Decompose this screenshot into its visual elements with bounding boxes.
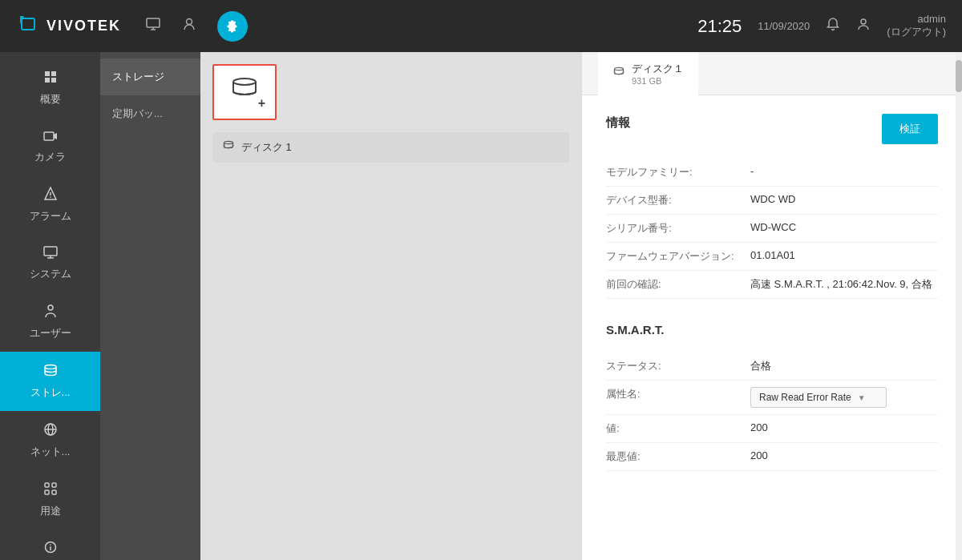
svg-rect-11 [44, 132, 54, 140]
info-row-firmware: ファームウェアバージョン: 01.01A01 [606, 243, 938, 271]
gear-icon[interactable] [217, 11, 248, 42]
svg-rect-7 [45, 71, 50, 76]
sub-sidebar-label-storage: ストレージ [112, 71, 164, 83]
smart-row-attr: 属性名: Raw Read Error Rate ▼ [606, 381, 938, 415]
disk-list-label: ディスク 1 [241, 140, 292, 155]
user-icon [856, 17, 871, 35]
svg-rect-16 [44, 247, 57, 256]
smart-section-title: S.M.A.R.T. [606, 323, 938, 336]
chevron-down-icon: ▼ [858, 393, 866, 402]
disk-small-icon [222, 140, 235, 155]
tab-disk-info: ディスク１ 931 GB [632, 62, 684, 86]
info-value-serial: WD-WCC [750, 221, 938, 233]
info-section-title: 情報 [606, 115, 630, 131]
logo-icon [16, 12, 40, 41]
disk-list-item[interactable]: ディスク 1 [212, 132, 569, 163]
info-label-firmware: ファームウェアバージョン: [606, 249, 750, 264]
toolbar: + [200, 52, 581, 132]
svg-point-33 [615, 67, 624, 70]
person-icon[interactable] [181, 16, 197, 36]
header-left: VIVOTEK [16, 11, 248, 42]
main-layout: 概要 カメラ アラーム システム ユーザー [0, 52, 962, 560]
svg-rect-10 [51, 78, 56, 83]
disk-list: ディスク 1 [200, 132, 581, 171]
info-row-last-check: 前回の確認: 高速 S.M.A.R.T. , 21:06:42.Nov. 9, … [606, 271, 938, 299]
sidebar-item-alarm[interactable]: アラーム [0, 175, 100, 235]
smart-label-status: ステータス: [606, 359, 750, 373]
scrollbar-thumb[interactable] [956, 60, 962, 92]
svg-point-31 [233, 79, 256, 85]
header: VIVOTEK 21:25 11/09/2020 admin (ログアウト) [0, 0, 962, 52]
tab-disk1[interactable]: ディスク１ 931 GB [598, 52, 698, 95]
camera-icon [43, 129, 58, 146]
sidebar-item-network[interactable]: ネット... [0, 411, 100, 470]
sidebar-item-overview[interactable]: 概要 [0, 58, 100, 118]
sidebar-label-camera: カメラ [34, 150, 66, 164]
user-sidebar-icon [44, 304, 57, 322]
add-disk-icon-wrap: + [228, 75, 261, 110]
header-right: 21:25 11/09/2020 admin (ログアウト) [697, 13, 946, 39]
sidebar-label-network: ネット... [30, 445, 71, 459]
svg-rect-26 [45, 490, 49, 494]
smart-label-attr: 属性名: [606, 387, 750, 401]
add-disk-button[interactable]: + [212, 64, 277, 120]
smart-section: S.M.A.R.T. ステータス: 合格 属性名: Raw Read Error… [606, 323, 938, 471]
scrollbar-track[interactable] [956, 52, 962, 560]
dropdown-value: Raw Read Error Rate [759, 392, 851, 403]
sidebar-item-system[interactable]: システム [0, 235, 100, 292]
smart-value-worst: 200 [750, 449, 938, 461]
sidebar-item-storage[interactable]: ストレ... [0, 352, 100, 411]
svg-point-6 [861, 19, 866, 24]
info-value-last-check: 高速 S.M.A.R.T. , 21:06:42.Nov. 9, 合格 [750, 277, 938, 292]
sidebar-label-alarm: アラーム [30, 209, 71, 224]
smart-row-status: ステータス: 合格 [606, 353, 938, 381]
info-section-header: 情報 検証 [606, 115, 938, 147]
smart-label-worst: 最悪値: [606, 449, 750, 464]
info-row-device-model: デバイス型番: WDC WD [606, 187, 938, 215]
smart-row-value: 値: 200 [606, 415, 938, 443]
header-user-info: admin (ログアウト) [887, 13, 946, 39]
sub-sidebar: ストレージ 定期バッ... [100, 52, 200, 560]
smart-value-value: 200 [750, 421, 938, 433]
info-label-serial: シリアル番号: [606, 221, 750, 236]
usage-icon [43, 481, 58, 500]
smart-value-status: 合格 [750, 359, 938, 373]
info-value-firmware: 01.01A01 [750, 249, 938, 261]
svg-point-15 [50, 196, 51, 198]
network-icon [43, 422, 58, 441]
svg-rect-9 [45, 78, 50, 83]
sidebar: 概要 カメラ アラーム システム ユーザー [0, 52, 100, 560]
info-sidebar-icon [44, 541, 57, 559]
info-section: 情報 検証 モデルファミリー: - デバイス型番: WDC WD [606, 115, 938, 299]
svg-point-19 [48, 305, 53, 310]
sub-sidebar-item-scheduled[interactable]: 定期バッ... [100, 95, 200, 132]
svg-point-30 [50, 544, 51, 546]
info-row-model-family: モデルファミリー: - [606, 159, 938, 187]
svg-rect-8 [51, 71, 56, 76]
bell-icon[interactable] [826, 17, 840, 35]
info-label-model-family: モデルファミリー: [606, 165, 750, 179]
sidebar-label-overview: 概要 [40, 92, 61, 107]
info-value-device-model: WDC WD [750, 193, 938, 205]
attribute-dropdown[interactable]: Raw Read Error Rate ▼ [750, 387, 887, 408]
info-label-device-model: デバイス型番: [606, 193, 750, 207]
svg-rect-2 [147, 18, 160, 27]
nav-icons [145, 11, 248, 42]
sub-sidebar-item-storage[interactable]: ストレージ [100, 58, 200, 95]
info-label-last-check: 前回の確認: [606, 277, 750, 292]
smart-row-worst: 最悪値: 200 [606, 443, 938, 471]
sidebar-item-info[interactable]: 情報 [0, 530, 100, 560]
svg-point-32 [224, 141, 233, 143]
tab-bar: ディスク１ 931 GB [582, 52, 962, 95]
detail-wrapper: ディスク１ 931 GB 情報 検証 モデルファミリー: [581, 52, 962, 560]
sub-sidebar-label-scheduled: 定期バッ... [112, 107, 163, 119]
monitor-icon[interactable] [145, 16, 161, 36]
logout-label[interactable]: (ログアウト) [887, 25, 946, 39]
tab-disk-label: ディスク１ [632, 62, 684, 76]
logo: VIVOTEK [16, 12, 121, 41]
sidebar-item-camera[interactable]: カメラ [0, 118, 100, 175]
svg-rect-25 [52, 483, 56, 487]
verify-button[interactable]: 検証 [882, 114, 938, 144]
sidebar-item-user[interactable]: ユーザー [0, 292, 100, 352]
sidebar-item-usage[interactable]: 用途 [0, 470, 100, 530]
